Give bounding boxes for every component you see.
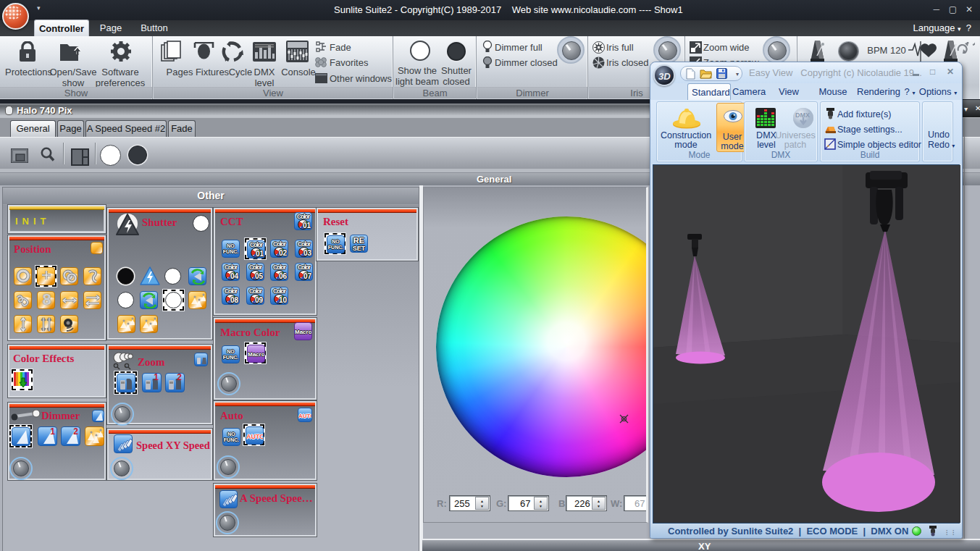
svg-text:+: + xyxy=(125,364,127,369)
svg-text:-: - xyxy=(114,364,115,369)
